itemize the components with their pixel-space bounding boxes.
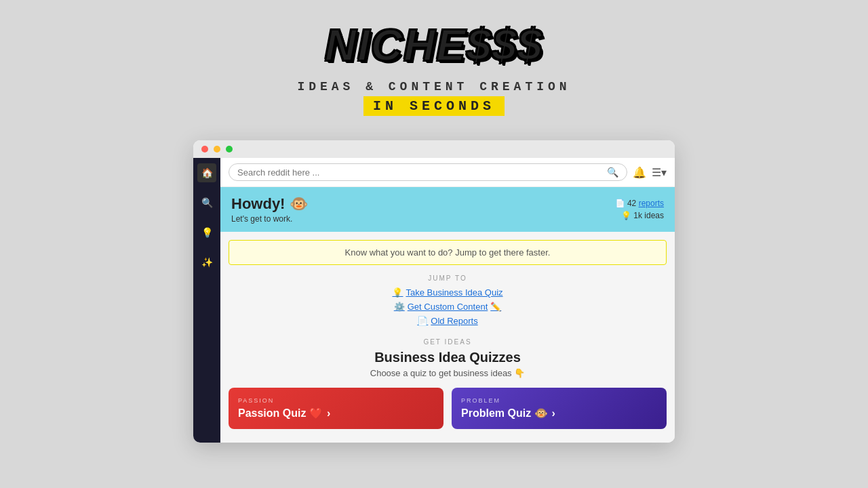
- tagline-highlight: IN SECONDS: [363, 96, 505, 116]
- yellow-banner: Know what you want to do? Jump to get th…: [229, 240, 667, 265]
- menu-icon[interactable]: ☰▾: [652, 166, 667, 179]
- browser-minimize-dot[interactable]: [214, 146, 220, 152]
- quiz-icon: 💡: [392, 287, 403, 298]
- reports-icon: 📄: [417, 316, 428, 326]
- jump-section: JUMP TO 💡 Take Business Idea Quiz ⚙️ Get…: [229, 274, 667, 326]
- jump-link-custom-content[interactable]: ⚙️ Get Custom Content ✏️: [394, 302, 502, 312]
- jump-label: JUMP TO: [229, 274, 667, 282]
- search-input[interactable]: [237, 167, 603, 178]
- get-ideas-label: GET IDEAS: [229, 338, 667, 346]
- problem-arrow: ›: [552, 407, 555, 420]
- logo-area: NICHE$$$ IDEAS & CONTENT CREATION IN SEC…: [297, 20, 570, 116]
- sidebar: 🏠 🔍 💡 ✨: [193, 158, 220, 443]
- search-button[interactable]: 🔍: [607, 167, 618, 178]
- passion-quiz-card[interactable]: PASSION Passion Quiz ❤️ ›: [229, 388, 443, 429]
- jump-link-old-reports[interactable]: 📄 Old Reports: [417, 316, 477, 326]
- jump-links: 💡 Take Business Idea Quiz ⚙️ Get Custom …: [229, 287, 667, 326]
- get-ideas-subtitle: Choose a quiz to get business ideas 👇: [229, 368, 667, 378]
- pencil-icon: ✏️: [490, 302, 501, 312]
- browser-window: 🏠 🔍 💡 ✨ 🔍 🔔 ☰▾ Howdy! 🐵: [193, 140, 675, 443]
- sidebar-icon-home[interactable]: 🏠: [197, 163, 216, 182]
- reports-link[interactable]: reports: [639, 199, 664, 208]
- sidebar-icon-search[interactable]: 🔍: [197, 193, 216, 212]
- passion-arrow: ›: [327, 407, 330, 420]
- reports-count: 📄 42 reports: [615, 199, 664, 208]
- greeting-right: 📄 42 reports 💡 1k ideas: [615, 199, 664, 220]
- sidebar-icon-ideas[interactable]: 💡: [197, 223, 216, 242]
- topbar-icons: 🔔 ☰▾: [633, 166, 667, 179]
- bell-icon[interactable]: 🔔: [633, 166, 646, 179]
- browser-body: 🏠 🔍 💡 ✨ 🔍 🔔 ☰▾ Howdy! 🐵: [193, 158, 675, 443]
- problem-title: Problem Quiz 🐵 ›: [461, 407, 657, 420]
- get-ideas-section: GET IDEAS Business Idea Quizzes Choose a…: [229, 338, 667, 388]
- quiz-cards: PASSION Passion Quiz ❤️ › PROBLEM Proble…: [229, 388, 667, 429]
- topbar: 🔍 🔔 ☰▾: [220, 158, 675, 187]
- greeting-subtitle: Let's get to work.: [231, 214, 308, 224]
- tagline-top: IDEAS & CONTENT CREATION: [297, 80, 570, 94]
- greeting-left: Howdy! 🐵 Let's get to work.: [231, 195, 308, 224]
- custom-content-icon: ⚙️: [394, 302, 405, 312]
- problem-label: PROBLEM: [461, 397, 657, 404]
- tagline: IDEAS & CONTENT CREATION IN SECONDS: [297, 80, 570, 116]
- problem-quiz-card[interactable]: PROBLEM Problem Quiz 🐵 ›: [452, 388, 667, 429]
- ideas-count: 💡 1k ideas: [621, 211, 664, 220]
- main-content: 🔍 🔔 ☰▾ Howdy! 🐵 Let's get to work. 📄 42 …: [220, 158, 675, 443]
- get-ideas-title: Business Idea Quizzes: [229, 350, 667, 365]
- search-box: 🔍: [229, 163, 627, 181]
- browser-chrome: [193, 140, 675, 158]
- greeting-bar: Howdy! 🐵 Let's get to work. 📄 42 reports…: [220, 187, 675, 232]
- browser-close-dot[interactable]: [201, 146, 208, 152]
- passion-title: Passion Quiz ❤️ ›: [238, 407, 434, 420]
- sidebar-icon-spark[interactable]: ✨: [197, 253, 216, 272]
- browser-maximize-dot[interactable]: [226, 146, 233, 152]
- logo-text: NICHE$$$: [325, 20, 543, 70]
- jump-link-quiz[interactable]: 💡 Take Business Idea Quiz: [392, 287, 502, 298]
- passion-label: PASSION: [238, 397, 434, 404]
- greeting-title: Howdy! 🐵: [231, 195, 308, 213]
